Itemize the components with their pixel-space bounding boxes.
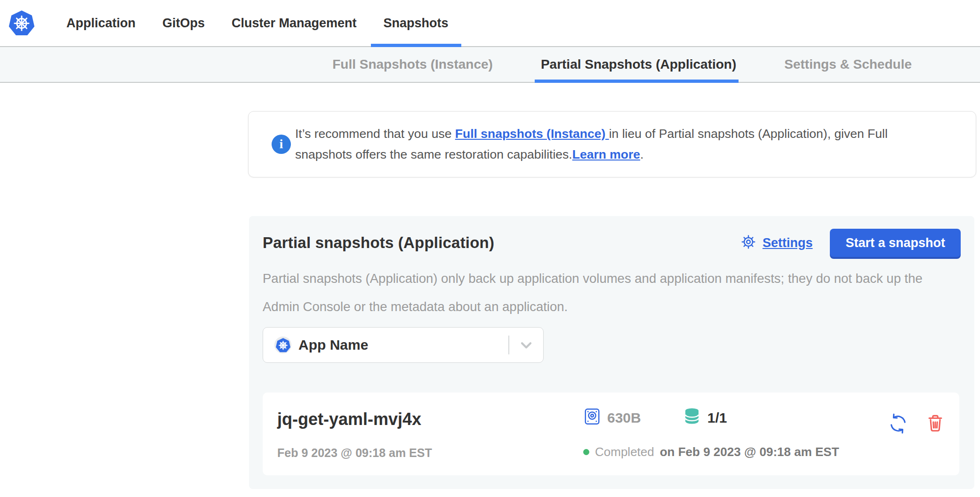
database-icon: [683, 407, 701, 429]
snapshot-size-stat: 630B: [583, 408, 641, 429]
status-label: Completed: [595, 445, 654, 459]
banner-text-before: It’s recommend that you use: [295, 127, 455, 141]
chevron-down-icon: [509, 337, 543, 353]
nav-item-label: GitOps: [162, 16, 205, 31]
snapshot-volumes-stat: 1/1: [683, 407, 727, 429]
nav-item-application[interactable]: Application: [66, 0, 136, 46]
nav-item-gitops[interactable]: GitOps: [162, 0, 205, 46]
tab-settings-schedule[interactable]: Settings & Schedule: [784, 47, 912, 82]
dropdown-right: [508, 328, 543, 362]
banner-text: It’s recommend that you use Full snapsho…: [295, 123, 907, 165]
snapshot-actions: [887, 413, 945, 434]
nav-item-cluster-management[interactable]: Cluster Management: [232, 0, 357, 46]
snapshot-size: 630B: [607, 410, 641, 426]
top-nav: Application GitOps Cluster Management Sn…: [0, 0, 980, 47]
panel-header: Partial snapshots (Application): [263, 229, 961, 257]
selected-app-name: App Name: [298, 337, 368, 353]
panel-description: Partial snapshots (Application) only bac…: [263, 265, 958, 321]
nav-item-snapshots[interactable]: Snapshots: [384, 0, 449, 46]
settings-link[interactable]: Settings: [763, 236, 813, 250]
content-area: i It’s recommend that you use Full snaps…: [0, 111, 980, 489]
info-banner: i It’s recommend that you use Full snaps…: [248, 111, 976, 177]
snapshot-stats: 630B: [583, 409, 887, 427]
restore-snapshot-icon[interactable]: [887, 413, 909, 434]
tab-label: Full Snapshots (Instance): [332, 57, 493, 72]
tab-partial-snapshots-application[interactable]: Partial Snapshots (Application): [541, 47, 736, 82]
banner-text-after: .: [640, 147, 643, 161]
active-tab-underline: [535, 80, 739, 83]
snapshot-status: Completed on Feb 9 2023 @ 09:18 am EST: [583, 445, 887, 459]
info-icon: i: [272, 135, 291, 154]
delete-snapshot-icon[interactable]: [925, 414, 945, 433]
partial-snapshots-panel: Partial snapshots (Application): [249, 216, 974, 489]
disk-icon: [583, 408, 601, 429]
nav-item-label: Snapshots: [384, 16, 449, 31]
gear-icon: [740, 234, 756, 252]
snapshot-name[interactable]: jq-get-yaml-mvj4x: [277, 409, 583, 430]
snapshot-settings[interactable]: Settings: [740, 234, 813, 252]
panel-header-actions: Settings Start a snapshot: [740, 229, 961, 257]
snapshot-volume-count: 1/1: [707, 410, 727, 426]
full-snapshots-instance-link[interactable]: Full snapshots (Instance): [455, 127, 609, 141]
learn-more-link[interactable]: Learn more: [572, 147, 640, 161]
app-kubernetes-icon: [274, 337, 291, 353]
app-name-dropdown[interactable]: App Name: [263, 327, 544, 363]
status-finished-at: on Feb 9 2023 @ 09:18 am EST: [660, 445, 839, 459]
snapshot-details: 630B: [583, 409, 887, 459]
main-nav: Application GitOps Cluster Management Sn…: [66, 0, 449, 46]
snapshot-row[interactable]: jq-get-yaml-mvj4x Feb 9 2023 @ 09:18 am …: [263, 393, 959, 475]
status-dot-icon: [583, 449, 589, 455]
start-snapshot-button[interactable]: Start a snapshot: [830, 229, 961, 257]
tab-full-snapshots-instance[interactable]: Full Snapshots (Instance): [332, 47, 493, 82]
info-icon-glyph: i: [280, 137, 283, 152]
snapshot-info: jq-get-yaml-mvj4x Feb 9 2023 @ 09:18 am …: [277, 409, 583, 460]
kubernetes-logo-icon: [8, 9, 35, 37]
snapshots-subnav: Full Snapshots (Instance) Partial Snapsh…: [0, 47, 980, 83]
panel-title: Partial snapshots (Application): [263, 234, 494, 252]
tab-label: Partial Snapshots (Application): [541, 57, 736, 72]
nav-item-label: Application: [66, 16, 136, 31]
snapshot-started-at: Feb 9 2023 @ 09:18 am EST: [277, 446, 583, 460]
active-nav-underline: [371, 44, 461, 47]
tab-label: Settings & Schedule: [784, 57, 912, 72]
nav-item-label: Cluster Management: [232, 16, 357, 31]
